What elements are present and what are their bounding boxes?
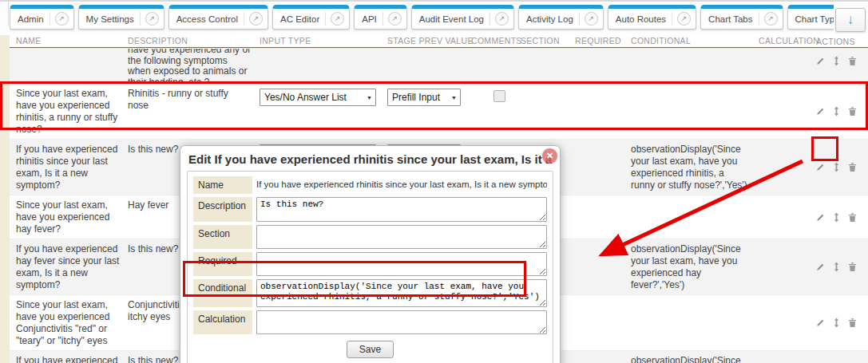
conditional-field[interactable]: observationDisplay('Since your last exam… [256, 279, 547, 307]
cell-actions [816, 195, 868, 239]
cell-conditional: observationDisplay('Since your last exam… [631, 140, 759, 195]
tab-strip: Admin↗ My Settings↗ Access Control↗ AC E… [10, 5, 834, 35]
cell-conditional: observationDisplay('Since your last exam… [631, 239, 759, 294]
column-header-required: REQUIRED [575, 34, 631, 47]
reorder-button[interactable] [831, 318, 842, 328]
description-field[interactable]: Is this new? [256, 197, 547, 222]
dialog-title: Edit If you have experienced rhinitis si… [187, 152, 553, 171]
open-in-new-window-icon[interactable]: ↗ [382, 12, 402, 26]
delete-button[interactable] [847, 56, 858, 66]
edit-button[interactable] [816, 162, 826, 172]
cell-name: Since your last exam, have you experienc… [10, 195, 128, 239]
delete-button[interactable] [847, 318, 858, 328]
table-header: NAME DESCRIPTION INPUT TYPE STAGE PREV V… [10, 34, 868, 48]
open-in-new-window-icon[interactable]: ↗ [489, 12, 509, 26]
description-label: Description [193, 197, 252, 222]
stage-prev-value-select[interactable]: Prefill Input▼ [387, 89, 461, 106]
comments-checkbox[interactable] [493, 90, 505, 102]
column-header-stage-prev-value: STAGE PREV VALUE [387, 34, 471, 47]
up-down-arrow-icon [831, 212, 842, 223]
column-header-section: SECTION [521, 34, 575, 47]
column-header-description: DESCRIPTION [128, 34, 260, 47]
pencil-icon [816, 262, 826, 272]
column-header-conditional: CONDITIONAL [631, 34, 759, 47]
cell-name: If you have experienced rhinitis since y… [10, 140, 128, 195]
cell-name: If you have experienced hay fever since … [10, 239, 128, 294]
pencil-icon [816, 318, 826, 328]
tab-audit-event-log[interactable]: Audit Event Log↗ [411, 5, 514, 30]
cell-name: Since your last exam, have you experienc… [10, 84, 128, 139]
cell-actions [816, 84, 868, 139]
tab-chart-tabs[interactable]: Chart Tabs↗ [700, 5, 783, 30]
cell-name: Since your last exam, have you experienc… [10, 295, 128, 350]
tab-ac-editor[interactable]: AC Editor↗ [272, 5, 350, 30]
open-in-new-window-icon[interactable]: ↗ [50, 12, 69, 26]
tab-auto-routes[interactable]: Auto Routes↗ [608, 5, 696, 30]
trash-icon [847, 318, 858, 328]
trash-icon [847, 106, 858, 116]
reorder-button[interactable] [831, 162, 842, 172]
table-row: have you experienced any of the followin… [10, 49, 868, 84]
delete-button[interactable] [847, 106, 858, 116]
cell-actions [816, 351, 868, 363]
edit-button[interactable] [816, 56, 826, 66]
delete-button[interactable] [847, 212, 858, 223]
open-in-new-window-icon[interactable]: ↗ [325, 12, 344, 26]
reorder-button[interactable] [831, 106, 842, 116]
admin-tab-bar: Admin↗ My Settings↗ Access Control↗ AC E… [0, 0, 868, 35]
tab-scroll-down-button[interactable]: ↓ [835, 8, 866, 32]
open-in-new-window-icon[interactable]: ↗ [244, 12, 263, 26]
edit-button[interactable] [816, 106, 826, 116]
reorder-button[interactable] [831, 212, 842, 223]
tab-admin[interactable]: Admin↗ [10, 5, 74, 30]
cell-actions [816, 295, 868, 350]
input-type-select[interactable]: Yes/No Answer List▼ [260, 89, 376, 106]
tab-access-control[interactable]: Access Control↗ [168, 5, 268, 30]
cell-conditional [631, 195, 759, 239]
reorder-button[interactable] [831, 262, 842, 272]
open-in-new-window-icon[interactable]: ↗ [140, 12, 159, 26]
column-header-input-type: INPUT TYPE [260, 34, 387, 47]
name-value: If you have experienced rhinitis since y… [256, 176, 547, 194]
edit-button[interactable] [816, 262, 826, 272]
calculation-field[interactable] [256, 310, 547, 334]
up-down-arrow-icon [831, 318, 842, 328]
delete-button[interactable] [847, 262, 858, 272]
column-header-actions: ACTIONS [816, 34, 868, 47]
down-arrow-icon: ↓ [847, 12, 854, 27]
save-button[interactable]: Save [347, 341, 394, 358]
edit-button[interactable] [816, 318, 826, 328]
tab-my-settings[interactable]: My Settings↗ [78, 5, 164, 30]
dialog-form: Name If you have experienced rhinitis si… [187, 171, 553, 363]
cell-description: Rhinitis - runny or stuffy nose [128, 84, 260, 139]
edit-button[interactable] [816, 212, 826, 223]
cell-description: have you experienced any of the followin… [128, 49, 260, 83]
reorder-button[interactable] [831, 56, 842, 66]
calculation-label: Calculation [193, 310, 252, 334]
required-field[interactable] [256, 252, 547, 276]
trash-icon [847, 162, 858, 172]
tab-activity-log[interactable]: Activity Log↗ [518, 5, 604, 30]
cell-conditional [631, 295, 759, 350]
cell-name: If you have experienced conjunctivitis s… [10, 351, 128, 363]
open-in-new-window-icon[interactable]: ↗ [759, 12, 778, 26]
up-down-arrow-icon [831, 262, 842, 272]
cell-actions [816, 49, 868, 83]
cell-conditional: observationDisplay('Since your last exam… [631, 351, 759, 363]
cell-name [10, 49, 128, 83]
column-header-name: NAME [10, 34, 128, 47]
up-down-arrow-icon [831, 162, 842, 172]
section-label: Section [193, 225, 252, 249]
section-field[interactable] [256, 225, 547, 249]
open-in-new-window-icon[interactable]: ↗ [579, 12, 598, 26]
trash-icon [847, 56, 858, 66]
column-header-comments: COMMENTS [471, 34, 521, 47]
pencil-icon [816, 212, 826, 223]
open-in-new-window-icon[interactable]: ↗ [672, 12, 691, 26]
tab-api[interactable]: API↗ [354, 5, 407, 30]
column-header-calculation: CALCULATION [759, 34, 816, 47]
close-icon[interactable]: ✕ [542, 148, 557, 164]
tab-chart-types[interactable]: Chart Types↗ [787, 5, 834, 30]
conditional-label: Conditional [193, 279, 252, 307]
delete-button[interactable] [847, 162, 858, 172]
